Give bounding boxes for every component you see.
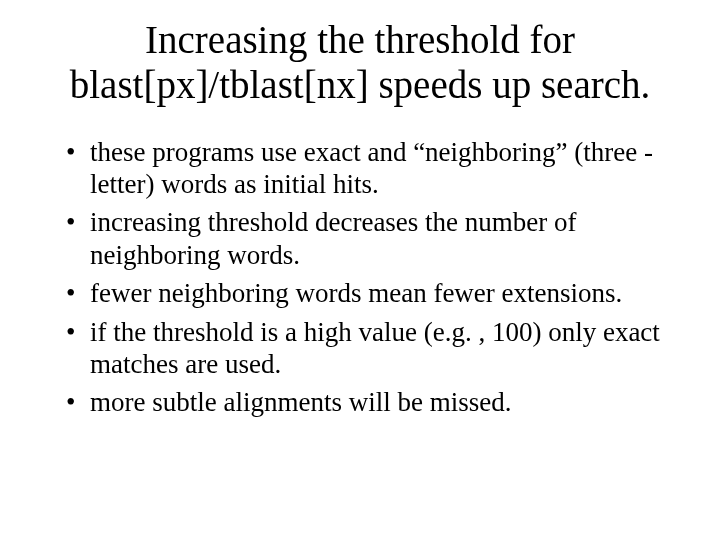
list-item: more subtle alignments will be missed. [66,386,680,418]
bullet-list: these programs use exact and “neighborin… [40,136,680,419]
list-item: if the threshold is a high value (e.g. ,… [66,316,680,381]
list-item: increasing threshold decreases the numbe… [66,206,680,271]
list-item: these programs use exact and “neighborin… [66,136,680,201]
slide: Increasing the threshold for blast[px]/t… [0,0,720,540]
list-item: fewer neighboring words mean fewer exten… [66,277,680,309]
slide-title: Increasing the threshold for blast[px]/t… [40,18,680,108]
